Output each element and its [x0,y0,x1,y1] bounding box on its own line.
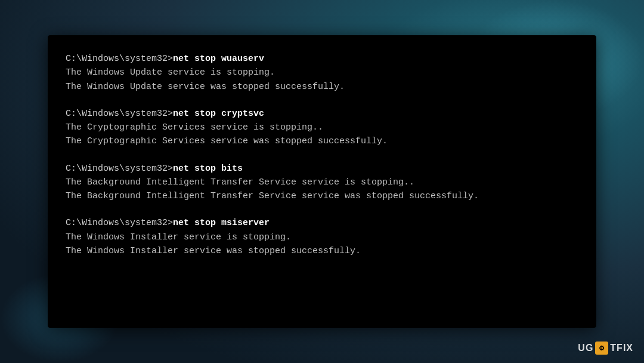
terminal-window: C:\Windows\system32>net stop wuauservThe… [48,35,596,328]
prompt-1: C:\Windows\system32> [66,109,173,119]
cmd-line-2: C:\Windows\system32>net stop bits [66,162,578,176]
watermark: UG ⚙ TFIX [578,342,633,355]
cmd-block-1: C:\Windows\system32>net stop cryptsvcThe… [66,107,578,149]
output-line-2-0: The Background Intelligent Transfer Serv… [66,176,578,189]
output-line-2-1: The Background Intelligent Transfer Serv… [66,189,578,203]
prompt-2: C:\Windows\system32> [66,164,173,174]
watermark-gear-icon: ⚙ [595,342,608,355]
prompt-3: C:\Windows\system32> [66,218,173,228]
command-text-1: net stop cryptsvc [173,109,264,119]
cmd-line-0: C:\Windows\system32>net stop wuauserv [66,52,578,66]
cmd-block-2: C:\Windows\system32>net stop bitsThe Bac… [66,162,578,204]
watermark-text-part2: TFIX [610,343,633,353]
cmd-line-1: C:\Windows\system32>net stop cryptsvc [66,107,578,121]
output-line-0-1: The Windows Update service was stopped s… [66,80,578,94]
cmd-block-3: C:\Windows\system32>net stop msiserverTh… [66,216,578,258]
output-line-1-0: The Cryptographic Services service is st… [66,121,578,134]
output-line-1-1: The Cryptographic Services service was s… [66,134,578,148]
terminal-wrapper: C:\Windows\system32>net stop wuauservThe… [48,35,596,328]
cmd-line-3: C:\Windows\system32>net stop msiserver [66,216,578,230]
command-text-2: net stop bits [173,164,243,174]
cmd-block-0: C:\Windows\system32>net stop wuauservThe… [66,52,578,94]
output-line-3-1: The Windows Installer service was stoppe… [66,244,578,258]
watermark-text-part1: UG [578,343,593,353]
output-line-0-0: The Windows Update service is stopping. [66,66,578,79]
command-text-0: net stop wuauserv [173,54,264,64]
command-text-3: net stop msiserver [173,218,270,228]
output-line-3-0: The Windows Installer service is stoppin… [66,230,578,244]
prompt-0: C:\Windows\system32> [66,54,173,64]
